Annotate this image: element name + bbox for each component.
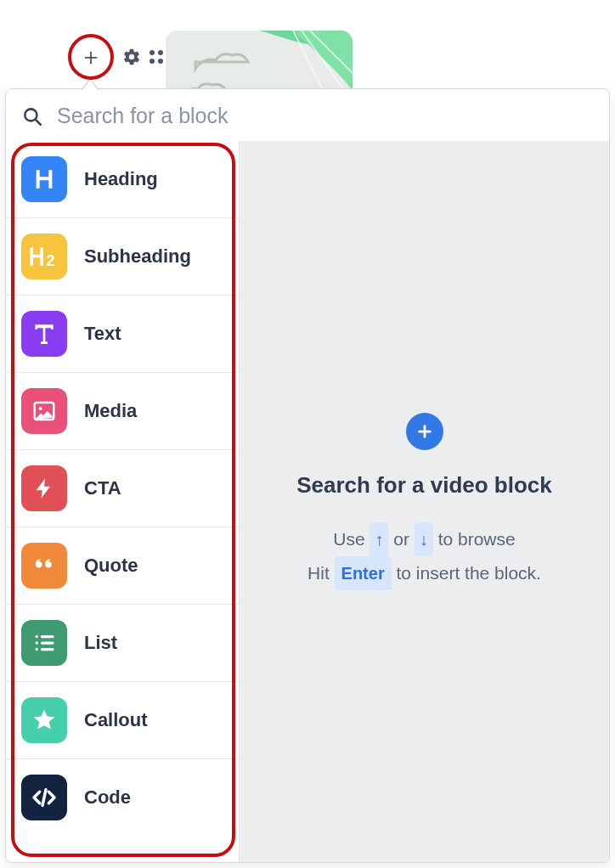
popover-caret	[81, 78, 99, 90]
block-label: Text	[84, 323, 121, 345]
preview-title: Search for a video block	[296, 472, 552, 499]
svg-point-10	[36, 648, 39, 651]
text-icon	[21, 311, 67, 357]
block-label: Code	[84, 786, 131, 809]
block-item-heading[interactable]: Heading	[6, 141, 239, 218]
search-row	[6, 89, 609, 141]
block-label: CTA	[84, 477, 121, 499]
bolt-icon	[21, 465, 67, 511]
key-up: ↑	[370, 522, 388, 556]
add-icon-badge	[406, 413, 443, 450]
hint-text: Hit	[308, 563, 335, 583]
gear-icon[interactable]	[122, 48, 141, 66]
plus-icon	[415, 422, 434, 441]
svg-point-8	[36, 641, 39, 645]
block-item-quote[interactable]: Quote	[6, 527, 239, 605]
editor-mini-toolbar: ＋	[68, 34, 172, 80]
svg-line-2	[36, 120, 40, 124]
block-label: Quote	[84, 555, 138, 577]
block-item-subheading[interactable]: 2Subheading	[6, 218, 239, 296]
heading-icon	[21, 156, 67, 202]
search-input[interactable]	[55, 103, 594, 129]
subheading-icon: 2	[21, 234, 67, 279]
preview-hint: Use ↑ or ↓ to browse Hit Enter to insert…	[308, 522, 541, 590]
block-item-cta[interactable]: CTA	[6, 450, 239, 527]
add-block-button[interactable]: ＋	[68, 34, 114, 80]
svg-point-1	[25, 109, 37, 121]
key-enter: Enter	[335, 556, 392, 590]
media-icon	[21, 388, 67, 434]
code-icon	[21, 775, 67, 820]
list-icon	[21, 620, 67, 666]
key-down: ↓	[415, 522, 433, 556]
hint-text: Use	[333, 529, 370, 549]
svg-line-12	[42, 790, 46, 806]
block-list: Heading2SubheadingTextMediaCTAQuoteListC…	[6, 141, 240, 862]
svg-point-5	[39, 407, 42, 410]
block-label: Media	[84, 400, 137, 422]
preview-panel: Search for a video block Use ↑ or ↓ to b…	[240, 141, 609, 862]
block-item-media[interactable]: Media	[6, 373, 239, 450]
block-picker-popover: Heading2SubheadingTextMediaCTAQuoteListC…	[5, 88, 610, 863]
svg-text:2: 2	[46, 252, 54, 269]
block-label: Heading	[84, 168, 158, 190]
hint-text: or	[393, 529, 415, 549]
block-label: List	[84, 632, 117, 654]
block-label: Callout	[84, 709, 148, 731]
block-item-list[interactable]: List	[6, 605, 239, 682]
quote-icon	[21, 543, 67, 589]
block-item-callout[interactable]: Callout	[6, 682, 239, 759]
search-icon	[21, 105, 43, 127]
hint-text: to browse	[438, 529, 516, 549]
hint-text: to insert the block.	[397, 563, 541, 583]
block-item-text[interactable]: Text	[6, 296, 239, 373]
block-label: Subheading	[84, 245, 191, 268]
svg-point-6	[36, 635, 39, 639]
star-icon	[21, 697, 67, 743]
plus-icon: ＋	[79, 45, 103, 69]
block-item-code[interactable]: Code	[6, 759, 239, 836]
